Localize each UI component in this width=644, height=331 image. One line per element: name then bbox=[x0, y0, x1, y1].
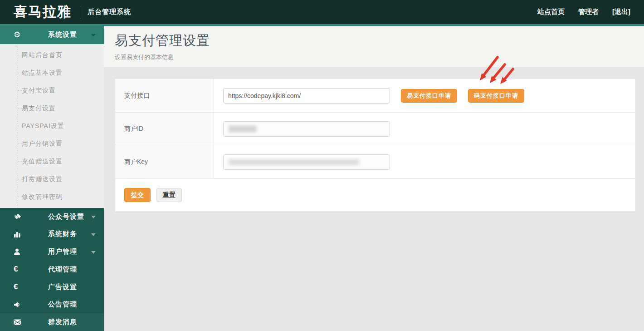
sidebar-item-ad-settings[interactable]: € 广告设置 bbox=[0, 278, 104, 296]
form-row-merchant-id: 商户ID bbox=[115, 113, 635, 145]
sidebar-item-site-backend-home[interactable]: 网站后台首页 bbox=[0, 46, 104, 64]
nav-link-admin[interactable]: 管理者 bbox=[578, 8, 599, 16]
sidebar-item-system-settings[interactable]: ⚙ 系统设置 bbox=[0, 26, 104, 44]
nav-link-logout[interactable]: [退出] bbox=[612, 8, 630, 16]
merchant-key-label: 商户Key bbox=[115, 145, 214, 178]
logo-separator bbox=[80, 6, 80, 19]
user-icon bbox=[14, 248, 25, 255]
form-row-pay-interface: 支付接口 易支付接口申请 码支付接口申请 bbox=[115, 79, 635, 113]
sidebar-item-official-account[interactable]: 公众号设置 bbox=[0, 208, 104, 226]
sidebar-item-reward-bonus[interactable]: 打赏赠送设置 bbox=[0, 170, 104, 188]
reset-button[interactable]: 重置 bbox=[156, 188, 182, 202]
caret-down-icon bbox=[91, 251, 96, 254]
page-title: 易支付管理设置 bbox=[115, 32, 644, 50]
redacted-merchant-id bbox=[229, 125, 257, 133]
bar-chart-icon bbox=[14, 231, 25, 237]
euro-icon: € bbox=[14, 265, 25, 274]
tags-icon bbox=[14, 213, 25, 220]
yipay-interface-apply-button[interactable]: 易支付接口申请 bbox=[401, 89, 457, 103]
merchant-id-label: 商户ID bbox=[115, 113, 214, 145]
main-content: 易支付管理设置 设置易支付的基本信息 支付接口 易支付接口申请 码支付接口申请 … bbox=[104, 26, 644, 331]
sidebar-item-agent-management[interactable]: € 代理管理 bbox=[0, 261, 104, 278]
page-subtitle: 设置易支付的基本信息 bbox=[115, 53, 644, 61]
sidebar-item-change-admin-password[interactable]: 修改管理密码 bbox=[0, 188, 104, 206]
sidebar-item-user-distribution[interactable]: 用户分销设置 bbox=[0, 135, 104, 153]
nav-link-site-home[interactable]: 站点首页 bbox=[537, 8, 565, 16]
sidebar: ⚙ 系统设置 网站后台首页 站点基本设置 支付宝设置 易支付设置 PAYSPAI… bbox=[0, 26, 104, 331]
system-subtitle: 后台管理系统 bbox=[88, 8, 131, 16]
top-navbar: 喜马拉雅 后台管理系统 站点首页 管理者 [退出] bbox=[0, 0, 644, 24]
pay-interface-input[interactable] bbox=[223, 88, 390, 104]
redacted-merchant-key bbox=[229, 159, 359, 165]
form-row-merchant-key: 商户Key bbox=[115, 145, 635, 179]
sidebar-item-yipay-settings[interactable]: 易支付设置 bbox=[0, 99, 104, 117]
content-area: 支付接口 易支付接口申请 码支付接口申请 商户ID bbox=[104, 67, 644, 212]
sidebar-item-announcement-management[interactable]: 公告管理 bbox=[0, 296, 104, 313]
caret-down-icon bbox=[91, 233, 96, 236]
sidebar-item-recharge-bonus[interactable]: 充值赠送设置 bbox=[0, 153, 104, 170]
submit-button[interactable]: 提交 bbox=[124, 188, 151, 202]
settings-form-card: 支付接口 易支付接口申请 码支付接口申请 商户ID bbox=[115, 79, 635, 212]
euro-icon: € bbox=[14, 282, 25, 291]
sidebar-item-user-management[interactable]: 用户管理 bbox=[0, 243, 104, 261]
sidebar-item-payspai-settings[interactable]: PAYSPAI设置 bbox=[0, 117, 104, 135]
mapay-interface-apply-button[interactable]: 码支付接口申请 bbox=[468, 89, 524, 103]
caret-down-icon bbox=[91, 216, 96, 218]
envelope-icon bbox=[14, 319, 25, 325]
pay-interface-label: 支付接口 bbox=[115, 79, 214, 112]
navbar-links: 站点首页 管理者 [退出] bbox=[537, 8, 644, 16]
system-settings-submenu: 网站后台首页 站点基本设置 支付宝设置 易支付设置 PAYSPAI设置 用户分销… bbox=[0, 44, 104, 208]
sidebar-item-system-finance[interactable]: 系统财务 bbox=[0, 225, 104, 243]
form-actions: 提交 重置 bbox=[115, 179, 635, 211]
bullhorn-icon bbox=[14, 301, 25, 308]
page-header: 易支付管理设置 设置易支付的基本信息 bbox=[104, 26, 644, 67]
sidebar-item-mass-message[interactable]: 群发消息 bbox=[0, 313, 104, 331]
sidebar-item-alipay-settings[interactable]: 支付宝设置 bbox=[0, 82, 104, 99]
app-logo: 喜马拉雅 bbox=[0, 3, 80, 21]
caret-down-icon bbox=[91, 34, 96, 37]
sidebar-item-site-basic-settings[interactable]: 站点基本设置 bbox=[0, 64, 104, 82]
gear-icon: ⚙ bbox=[14, 30, 25, 40]
